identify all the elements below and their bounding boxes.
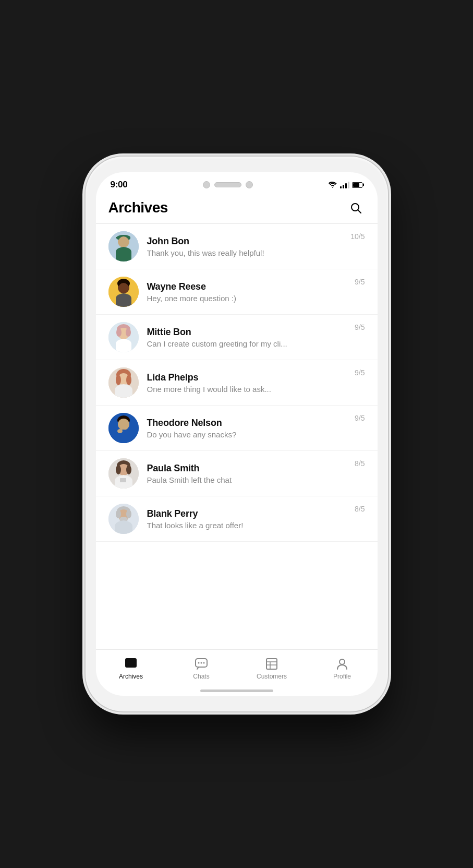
customers-icon xyxy=(265,657,278,671)
chat-date: 8/5 xyxy=(355,458,365,468)
wifi-icon xyxy=(328,182,337,188)
chat-date: 9/5 xyxy=(355,322,365,331)
status-icons xyxy=(328,182,362,188)
svg-point-36 xyxy=(126,510,131,518)
chat-preview: Can I create custom greeting for my cli.… xyxy=(147,339,350,348)
customers-svg-icon xyxy=(265,657,278,671)
avatar xyxy=(108,458,139,489)
chat-name: Wayne Reese xyxy=(147,281,350,292)
page-title: Archives xyxy=(108,199,168,216)
svg-point-41 xyxy=(201,662,202,664)
chat-content: Wayne Reese Hey, one more question :) xyxy=(147,281,350,303)
tab-archives[interactable]: Archives xyxy=(96,654,166,683)
svg-rect-43 xyxy=(266,659,277,669)
svg-point-21 xyxy=(126,375,131,385)
tab-chats-label: Chats xyxy=(193,673,209,680)
chat-name: Blank Perry xyxy=(147,508,350,519)
status-time: 9:00 xyxy=(111,180,128,190)
svg-point-47 xyxy=(339,659,345,664)
chat-name: Theodore Nelson xyxy=(147,418,350,429)
avatar xyxy=(108,413,139,443)
list-item[interactable]: John Bon Thank you, this was really help… xyxy=(96,224,378,269)
header: Archives xyxy=(96,194,378,223)
svg-point-40 xyxy=(198,662,200,664)
chat-name: Mittie Bon xyxy=(147,327,350,338)
chats-icon xyxy=(195,657,208,671)
svg-point-29 xyxy=(116,465,121,474)
svg-rect-6 xyxy=(116,237,118,239)
svg-point-7 xyxy=(118,236,129,247)
chat-date: 8/5 xyxy=(355,504,365,513)
svg-line-1 xyxy=(358,210,361,213)
list-item[interactable]: Mittie Bon Can I create custom greeting … xyxy=(96,315,378,360)
svg-point-42 xyxy=(203,662,205,664)
tab-customers-label: Customers xyxy=(257,673,287,680)
bottom-nav: Archives Chats xyxy=(96,649,378,685)
list-item[interactable]: Paula Smith Paula Smith left the chat 8/… xyxy=(96,451,378,496)
blank-perry-avatar-svg xyxy=(108,504,139,534)
camera-dot xyxy=(203,181,210,188)
avatar xyxy=(108,277,139,307)
list-item[interactable]: Lida Phelps One more thing I would like … xyxy=(96,360,378,406)
chat-content: John Bon Thank you, this was really help… xyxy=(147,236,346,257)
svg-point-30 xyxy=(126,465,131,474)
svg-point-11 xyxy=(118,283,129,293)
mittie-bon-avatar-svg xyxy=(108,322,139,352)
tab-customers[interactable]: Customers xyxy=(237,654,307,683)
tab-profile-label: Profile xyxy=(333,673,351,680)
chat-content: Mittie Bon Can I create custom greeting … xyxy=(147,327,350,348)
camera-dot-2 xyxy=(246,181,253,188)
john-bon-avatar-svg xyxy=(108,231,139,261)
camera-pill xyxy=(214,182,241,187)
svg-point-16 xyxy=(126,328,131,337)
chats-svg-icon xyxy=(195,657,208,671)
chat-preview: Paula Smith left the chat xyxy=(147,475,350,484)
profile-svg-icon xyxy=(335,657,349,671)
chat-name: Lida Phelps xyxy=(147,372,350,383)
chat-name: Paula Smith xyxy=(147,463,350,474)
list-item[interactable]: Wayne Reese Hey, one more question :) 9/… xyxy=(96,269,378,315)
chat-date: 9/5 xyxy=(355,277,365,286)
svg-point-24 xyxy=(118,419,129,430)
list-item[interactable]: Blank Perry That looks like a great offe… xyxy=(96,496,378,542)
chat-content: Lida Phelps One more thing I would like … xyxy=(147,372,350,394)
chat-preview: Do you have any snacks? xyxy=(147,430,350,439)
battery-icon xyxy=(352,182,362,188)
chat-preview: That looks like a great offer! xyxy=(147,521,350,530)
phone-screen: 9:00 xyxy=(96,172,378,696)
chat-date: 9/5 xyxy=(355,367,365,377)
chat-preview: Thank you, this was really helpful! xyxy=(147,248,346,257)
search-button[interactable] xyxy=(346,198,365,217)
svg-point-20 xyxy=(116,375,121,385)
signal-icon xyxy=(340,182,349,188)
home-indicator xyxy=(96,685,378,696)
chat-content: Blank Perry That looks like a great offe… xyxy=(147,508,350,530)
svg-point-25 xyxy=(117,429,123,433)
chat-list[interactable]: John Bon Thank you, this was really help… xyxy=(96,224,378,649)
tab-chats[interactable]: Chats xyxy=(166,654,237,683)
chat-content: Paula Smith Paula Smith left the chat xyxy=(147,463,350,484)
svg-point-15 xyxy=(116,328,122,337)
chat-name: John Bon xyxy=(147,236,346,247)
chat-preview: One more thing I would like to ask... xyxy=(147,385,350,394)
phone-frame: 9:00 xyxy=(86,157,388,711)
archives-svg-icon xyxy=(124,657,138,671)
avatar xyxy=(108,367,139,398)
home-bar xyxy=(200,689,273,692)
chat-date: 9/5 xyxy=(355,413,365,422)
chat-preview: Hey, one more question :) xyxy=(147,294,350,303)
tab-archives-label: Archives xyxy=(119,673,143,680)
battery-fill xyxy=(353,183,359,187)
svg-rect-31 xyxy=(120,478,126,482)
chat-content: Theodore Nelson Do you have any snacks? xyxy=(147,418,350,439)
paula-smith-avatar-svg xyxy=(108,458,139,489)
tab-profile[interactable]: Profile xyxy=(307,654,378,683)
avatar xyxy=(108,504,139,534)
status-bar: 9:00 xyxy=(96,172,378,194)
profile-icon xyxy=(335,657,349,671)
avatar xyxy=(108,322,139,352)
list-item[interactable]: Theodore Nelson Do you have any snacks? … xyxy=(96,406,378,451)
search-icon xyxy=(349,201,362,214)
archives-icon xyxy=(124,657,138,671)
chat-date: 10/5 xyxy=(350,231,365,241)
